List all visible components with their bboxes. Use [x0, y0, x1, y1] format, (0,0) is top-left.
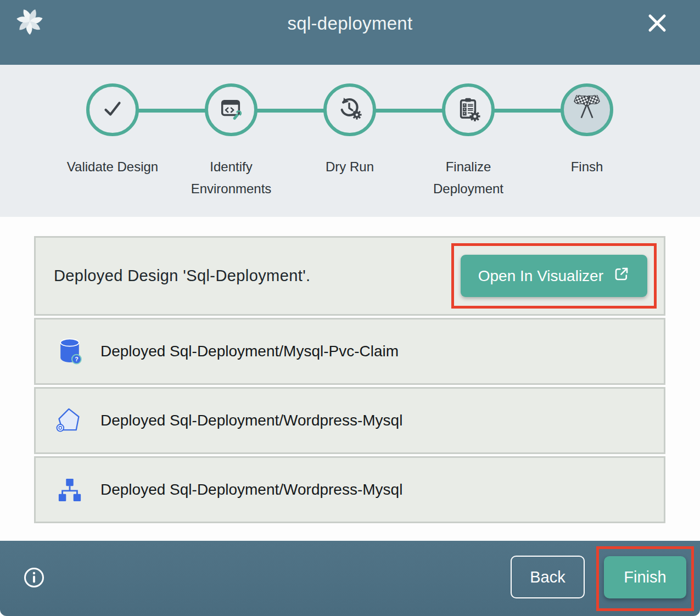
annotation-highlight-box: Open In Visualizer	[451, 243, 657, 309]
workload-hierarchy-icon	[55, 477, 84, 502]
history-gear-icon	[337, 96, 362, 124]
step-dry-run: Dry Run	[290, 83, 409, 178]
button-label: Open In Visualizer	[478, 267, 603, 285]
step-circle-identify-environments[interactable]	[205, 83, 257, 136]
deployment-results-list: Deployed Design 'Sql-Deployment'. Open I…	[34, 236, 665, 525]
result-list-item: Deployed Sql-Deployment/Wordpress-Mysql	[34, 456, 665, 523]
step-label: Finsh	[528, 156, 646, 178]
finish-button[interactable]: Finish	[604, 556, 686, 598]
result-text: Deployed Sql-Deployment/Wordpress-Mysql	[100, 481, 402, 499]
code-window-wrench-icon	[219, 96, 244, 124]
step-validate-design: Validate Design	[53, 83, 172, 178]
service-pentagon-icon	[55, 407, 84, 434]
step-circle-finalize-deployment[interactable]	[442, 83, 495, 136]
step-label: Identify Environments	[172, 156, 290, 200]
step-label: Dry Run	[290, 156, 409, 178]
modal-title: sql-deployment	[0, 13, 700, 34]
external-link-icon	[613, 266, 630, 286]
modal-footer: Back Finish	[0, 541, 700, 616]
step-finish: Finsh	[528, 83, 646, 178]
result-list-item: ? Deployed Sql-Deployment/Mysql-Pvc-Clai…	[34, 318, 665, 385]
info-icon[interactable]	[23, 567, 45, 589]
checkered-flags-icon	[572, 95, 602, 125]
annotation-highlight-box: Finish	[596, 546, 694, 611]
result-text: Deployed Sql-Deployment/Wordpress-Mysql	[100, 412, 402, 429]
step-finalize-deployment: Finalize Deployment	[409, 83, 528, 200]
step-circle-dry-run[interactable]	[323, 83, 376, 136]
step-label: Validate Design	[53, 156, 172, 178]
open-in-visualizer-button[interactable]: Open In Visualizer	[461, 255, 647, 297]
check-icon	[100, 96, 125, 124]
clipboard-gear-icon	[456, 96, 481, 124]
modal-header: sql-deployment	[0, 0, 700, 65]
step-identify-environments: Identify Environments	[172, 83, 290, 200]
step-label: Finalize Deployment	[409, 156, 528, 200]
deployment-wizard-modal: sql-deployment Validate Design	[0, 0, 700, 616]
result-text: Deployed Sql-Deployment/Mysql-Pvc-Claim	[100, 343, 399, 360]
database-icon: ?	[55, 337, 84, 366]
step-circle-finish[interactable]	[561, 83, 613, 136]
wizard-stepper: Validate Design Ident	[0, 65, 700, 217]
step-circle-validate-design[interactable]	[86, 83, 139, 136]
design-result-row: Deployed Design 'Sql-Deployment'. Open I…	[34, 236, 665, 316]
design-result-text: Deployed Design 'Sql-Deployment'.	[54, 267, 311, 285]
result-list-item: Deployed Sql-Deployment/Wordpress-Mysql	[34, 387, 665, 454]
svg-text:?: ?	[75, 356, 78, 362]
close-icon[interactable]	[646, 12, 668, 34]
back-button[interactable]: Back	[511, 556, 585, 598]
